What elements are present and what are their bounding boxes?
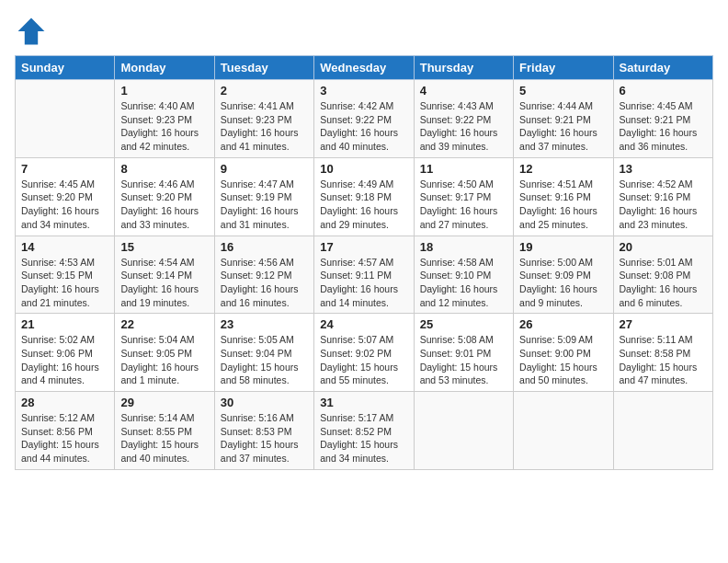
day-number: 14 (21, 240, 108, 254)
day-info: Sunrise: 5:17 AM Sunset: 8:52 PM Dayligh… (320, 411, 407, 465)
day-number: 13 (620, 162, 707, 176)
day-info: Sunrise: 4:50 AM Sunset: 9:17 PM Dayligh… (420, 178, 507, 232)
header-day-monday: Monday (115, 56, 214, 80)
day-info: Sunrise: 4:41 AM Sunset: 9:23 PM Dayligh… (221, 99, 308, 154)
day-info: Sunrise: 4:57 AM Sunset: 9:11 PM Dayligh… (320, 256, 407, 310)
calendar-cell: 4Sunrise: 4:43 AM Sunset: 9:22 PM Daylig… (414, 80, 513, 158)
calendar-cell (514, 392, 613, 470)
header-day-thursday: Thursday (414, 56, 513, 80)
calendar-cell: 15Sunrise: 4:54 AM Sunset: 9:14 PM Dayli… (115, 236, 214, 314)
day-number: 9 (221, 162, 308, 176)
day-info: Sunrise: 5:09 AM Sunset: 9:00 PM Dayligh… (519, 333, 607, 387)
day-info: Sunrise: 5:00 AM Sunset: 9:09 PM Dayligh… (519, 256, 607, 310)
calendar-cell: 27Sunrise: 5:11 AM Sunset: 8:58 PM Dayli… (613, 314, 712, 392)
calendar-cell: 29Sunrise: 5:14 AM Sunset: 8:55 PM Dayli… (115, 392, 214, 470)
day-info: Sunrise: 5:05 AM Sunset: 9:04 PM Dayligh… (221, 333, 308, 387)
day-number: 25 (420, 317, 507, 331)
calendar-cell: 3Sunrise: 4:42 AM Sunset: 9:22 PM Daylig… (314, 80, 414, 158)
calendar-cell: 31Sunrise: 5:17 AM Sunset: 8:52 PM Dayli… (314, 392, 414, 470)
day-number: 5 (519, 84, 607, 98)
day-number: 31 (320, 396, 407, 409)
calendar-cell: 19Sunrise: 5:00 AM Sunset: 9:09 PM Dayli… (514, 236, 613, 314)
calendar-cell: 12Sunrise: 4:51 AM Sunset: 9:16 PM Dayli… (514, 157, 613, 236)
day-number: 2 (221, 84, 308, 98)
day-info: Sunrise: 4:51 AM Sunset: 9:16 PM Dayligh… (519, 178, 607, 232)
week-row-1: 1Sunrise: 4:40 AM Sunset: 9:23 PM Daylig… (16, 80, 713, 158)
day-info: Sunrise: 4:42 AM Sunset: 9:22 PM Dayligh… (320, 99, 407, 154)
day-info: Sunrise: 5:14 AM Sunset: 8:55 PM Dayligh… (120, 411, 208, 465)
calendar-cell: 24Sunrise: 5:07 AM Sunset: 9:02 PM Dayli… (314, 314, 414, 392)
calendar-cell: 6Sunrise: 4:45 AM Sunset: 9:21 PM Daylig… (613, 80, 712, 158)
calendar-cell: 9Sunrise: 4:47 AM Sunset: 9:19 PM Daylig… (214, 157, 313, 236)
svg-marker-0 (18, 18, 45, 45)
day-number: 20 (620, 240, 707, 254)
day-info: Sunrise: 4:52 AM Sunset: 9:16 PM Dayligh… (620, 178, 707, 232)
day-info: Sunrise: 4:46 AM Sunset: 9:20 PM Dayligh… (120, 178, 208, 232)
week-row-3: 14Sunrise: 4:53 AM Sunset: 9:15 PM Dayli… (16, 236, 713, 314)
calendar-cell: 28Sunrise: 5:12 AM Sunset: 8:56 PM Dayli… (16, 392, 115, 470)
header-day-saturday: Saturday (613, 56, 712, 80)
calendar-cell: 20Sunrise: 5:01 AM Sunset: 9:08 PM Dayli… (613, 236, 712, 314)
logo-icon (15, 15, 48, 48)
day-info: Sunrise: 4:40 AM Sunset: 9:23 PM Dayligh… (120, 99, 208, 154)
day-info: Sunrise: 4:58 AM Sunset: 9:10 PM Dayligh… (420, 256, 507, 310)
calendar-cell: 2Sunrise: 4:41 AM Sunset: 9:23 PM Daylig… (214, 80, 313, 158)
day-info: Sunrise: 4:47 AM Sunset: 9:19 PM Dayligh… (221, 178, 308, 232)
calendar-cell: 22Sunrise: 5:04 AM Sunset: 9:05 PM Dayli… (115, 314, 214, 392)
header-day-sunday: Sunday (16, 56, 115, 80)
day-info: Sunrise: 4:45 AM Sunset: 9:21 PM Dayligh… (620, 99, 707, 154)
day-number: 22 (120, 317, 208, 331)
day-info: Sunrise: 5:07 AM Sunset: 9:02 PM Dayligh… (320, 333, 407, 387)
day-number: 11 (420, 162, 507, 176)
day-info: Sunrise: 4:44 AM Sunset: 9:21 PM Dayligh… (519, 99, 607, 154)
day-number: 28 (21, 396, 108, 409)
calendar-cell: 5Sunrise: 4:44 AM Sunset: 9:21 PM Daylig… (514, 80, 613, 158)
calendar-cell: 23Sunrise: 5:05 AM Sunset: 9:04 PM Dayli… (214, 314, 313, 392)
day-info: Sunrise: 5:11 AM Sunset: 8:58 PM Dayligh… (620, 333, 707, 387)
calendar-cell (16, 80, 115, 158)
day-number: 8 (120, 162, 208, 176)
day-info: Sunrise: 5:12 AM Sunset: 8:56 PM Dayligh… (21, 411, 108, 465)
calendar-cell: 7Sunrise: 4:45 AM Sunset: 9:20 PM Daylig… (16, 157, 115, 236)
calendar-cell: 16Sunrise: 4:56 AM Sunset: 9:12 PM Dayli… (214, 236, 313, 314)
day-info: Sunrise: 4:49 AM Sunset: 9:18 PM Dayligh… (320, 178, 407, 232)
day-info: Sunrise: 5:08 AM Sunset: 9:01 PM Dayligh… (420, 333, 507, 387)
day-number: 30 (221, 396, 308, 409)
day-info: Sunrise: 5:01 AM Sunset: 9:08 PM Dayligh… (620, 256, 707, 310)
logo (15, 15, 51, 48)
day-number: 3 (320, 84, 407, 98)
day-info: Sunrise: 5:02 AM Sunset: 9:06 PM Dayligh… (21, 333, 108, 387)
week-row-4: 21Sunrise: 5:02 AM Sunset: 9:06 PM Dayli… (16, 314, 713, 392)
day-number: 7 (21, 162, 108, 176)
day-number: 18 (420, 240, 507, 254)
day-number: 16 (221, 240, 308, 254)
day-number: 23 (221, 317, 308, 331)
calendar-cell: 8Sunrise: 4:46 AM Sunset: 9:20 PM Daylig… (115, 157, 214, 236)
calendar-cell: 21Sunrise: 5:02 AM Sunset: 9:06 PM Dayli… (16, 314, 115, 392)
calendar-cell: 26Sunrise: 5:09 AM Sunset: 9:00 PM Dayli… (514, 314, 613, 392)
day-number: 12 (519, 162, 607, 176)
calendar-cell: 11Sunrise: 4:50 AM Sunset: 9:17 PM Dayli… (414, 157, 513, 236)
calendar-cell: 18Sunrise: 4:58 AM Sunset: 9:10 PM Dayli… (414, 236, 513, 314)
calendar-cell: 17Sunrise: 4:57 AM Sunset: 9:11 PM Dayli… (314, 236, 414, 314)
calendar-cell: 13Sunrise: 4:52 AM Sunset: 9:16 PM Dayli… (613, 157, 712, 236)
day-info: Sunrise: 4:53 AM Sunset: 9:15 PM Dayligh… (21, 256, 108, 310)
day-number: 10 (320, 162, 407, 176)
week-row-2: 7Sunrise: 4:45 AM Sunset: 9:20 PM Daylig… (16, 157, 713, 236)
day-info: Sunrise: 4:56 AM Sunset: 9:12 PM Dayligh… (221, 256, 308, 310)
calendar-cell: 1Sunrise: 4:40 AM Sunset: 9:23 PM Daylig… (115, 80, 214, 158)
day-number: 19 (519, 240, 607, 254)
header-row: SundayMondayTuesdayWednesdayThursdayFrid… (16, 56, 713, 80)
header-day-tuesday: Tuesday (214, 56, 313, 80)
day-number: 27 (620, 317, 707, 331)
calendar-cell: 10Sunrise: 4:49 AM Sunset: 9:18 PM Dayli… (314, 157, 414, 236)
day-number: 24 (320, 317, 407, 331)
day-number: 26 (519, 317, 607, 331)
day-number: 4 (420, 84, 507, 98)
page-header (15, 15, 713, 48)
day-info: Sunrise: 4:54 AM Sunset: 9:14 PM Dayligh… (120, 256, 208, 310)
header-day-friday: Friday (514, 56, 613, 80)
day-number: 15 (120, 240, 208, 254)
day-info: Sunrise: 4:43 AM Sunset: 9:22 PM Dayligh… (420, 99, 507, 154)
day-number: 21 (21, 317, 108, 331)
